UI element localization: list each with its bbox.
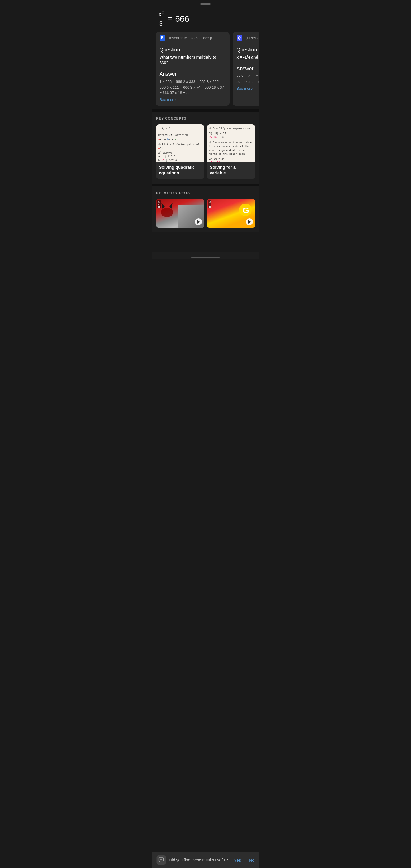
- concept-card-2[interactable]: ① Simplify any expressions 2(x-8) = 24 2…: [207, 124, 255, 179]
- concept-image-content-1: x=3, x=2 Method 2: Factoring ax2 + bx + …: [156, 124, 204, 162]
- video-bg-1: rphi le: [156, 199, 204, 227]
- question-label-1: Question: [160, 47, 226, 53]
- section-separator-2: [152, 184, 259, 186]
- source-name-1: Research Maniacs · User p...: [167, 36, 216, 40]
- equals-expression: = 666: [167, 14, 189, 24]
- devil-icon-1: [158, 200, 176, 218]
- concept-title-2: Solving for a variable: [207, 162, 255, 179]
- see-more-1[interactable]: See more: [160, 97, 226, 102]
- play-button-2[interactable]: [246, 218, 253, 225]
- video-thumb-1[interactable]: rphi le: [156, 199, 204, 227]
- section-separator: [152, 109, 259, 112]
- answer-text-1: 1 x 666 = 666 2 x 333 = 666 3 x 222 = 66…: [160, 79, 226, 102]
- g-icon: G: [237, 201, 254, 218]
- qa-cards-scroll[interactable]: R Research Maniacs · User p... Question …: [152, 32, 259, 109]
- concept-image-content-2: ① Simplify any expressions 2(x-8) = 24 2…: [207, 124, 255, 162]
- answer-label-1: Answer: [160, 71, 226, 77]
- fraction-numerator: x2: [158, 10, 164, 20]
- source-icon-research: R: [160, 35, 165, 40]
- play-icon-2: [248, 220, 251, 223]
- math-header: x2 3 = 666: [152, 7, 259, 32]
- key-concepts-section: KEY CONCEPTS x=3, x=2 Method 2: Factorin…: [152, 112, 259, 184]
- related-videos-title: RELATED VIDEOS: [156, 191, 255, 195]
- play-icon-1: [197, 220, 200, 223]
- fraction-denominator: 3: [159, 20, 163, 27]
- bottom-spacer: [152, 232, 259, 252]
- video-thumb-2[interactable]: G rphi le: [207, 199, 255, 227]
- answer-label-2: Answer: [236, 66, 259, 72]
- concept-title-1: Solving quadratic equations: [156, 162, 204, 179]
- video-label-2: rphi le: [208, 200, 212, 209]
- card-body-1: Question What two numbers multiply to 66…: [156, 43, 230, 102]
- answer-text-2: 2x 2 − 2 11 x− 2 3 2, x, start superscri…: [236, 73, 259, 91]
- question-text-1: What two numbers multiply to 666?: [160, 55, 226, 66]
- source-name-2: Quizlet · User po...: [245, 36, 259, 40]
- bottom-home-indicator: [152, 252, 259, 259]
- source-icon-quizlet: Q: [236, 35, 242, 40]
- fraction: x2 3: [158, 10, 164, 27]
- home-line: [191, 257, 220, 258]
- qa-card-2: Q Quizlet · User po... Question x = -1/4…: [232, 32, 259, 106]
- videos-grid: rphi le G rphi le: [156, 199, 255, 227]
- key-concepts-title: KEY CONCEPTS: [156, 117, 255, 121]
- concept-card-1[interactable]: x=3, x=2 Method 2: Factoring ax2 + bx + …: [156, 124, 204, 179]
- concepts-grid: x=3, x=2 Method 2: Factoring ax2 + bx + …: [156, 124, 255, 179]
- svg-marker-1: [161, 203, 165, 209]
- svg-point-0: [161, 208, 173, 217]
- qa-card-1: R Research Maniacs · User p... Question …: [156, 32, 230, 106]
- video-bg-2: G rphi le: [207, 199, 255, 227]
- question-label-2: Question: [236, 47, 259, 53]
- related-videos-section: RELATED VIDEOS rphi le: [152, 186, 259, 232]
- card-source-1: R Research Maniacs · User p...: [156, 32, 230, 43]
- scroll-indicator: [200, 3, 211, 5]
- video-label-1: rphi le: [157, 200, 161, 209]
- concept-image-2: ① Simplify any expressions 2(x-8) = 24 2…: [207, 124, 255, 162]
- card-source-2: Q Quizlet · User po...: [232, 32, 259, 43]
- question-text-2: x = -1/4 and 3: [236, 55, 259, 60]
- svg-marker-2: [169, 203, 173, 209]
- top-bar: [152, 0, 259, 7]
- card-body-2: Question x = -1/4 and 3 Answer 2x 2 − 2 …: [232, 43, 259, 91]
- see-more-2[interactable]: See more: [236, 86, 259, 91]
- concept-image-1: x=3, x=2 Method 2: Factoring ax2 + bx + …: [156, 124, 204, 162]
- svg-text:G: G: [243, 206, 249, 215]
- math-expression: x2 3 = 666: [158, 10, 253, 27]
